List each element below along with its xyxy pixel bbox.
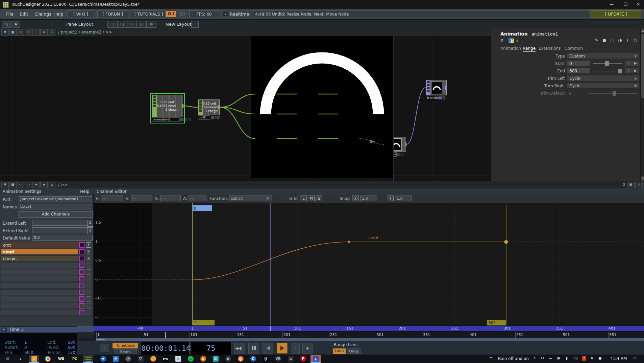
voice-app-icon[interactable]: ♦ [98,355,108,363]
channel-color-swatch[interactable] [79,256,84,261]
parameter-scrollbar[interactable]: ▲ ▼ [640,28,644,181]
hidden-icons-chevron[interactable]: ∧ [533,356,536,360]
bottom-pane-split-icon[interactable]: ⇩ [635,182,643,188]
scrollbar-grip[interactable]: ⋯ [96,339,105,340]
bottom-pane-maximize-icon[interactable]: ▣ [627,182,635,188]
channel-color-swatch[interactable] [79,283,84,288]
accel-field[interactable]: --- [189,196,206,201]
add-channels-button[interactable]: Add Channels [19,211,93,218]
graph-horizontal-scrollbar[interactable]: ⋯ [96,338,644,341]
shield-app-icon[interactable]: ⛉ [135,355,146,363]
weather-text[interactable]: Rain off and on [498,356,529,361]
channel-row-cbegin[interactable]: cbegin [1,255,78,262]
add-parameter-icon[interactable]: + [626,38,629,43]
pinterest-icon[interactable]: P [298,355,308,363]
channel-color-swatch[interactable] [79,263,84,268]
param-dropdown-type[interactable]: Custom [567,53,639,59]
help-icon[interactable]: ? [501,38,503,43]
frame-field[interactable]: --- [101,196,123,201]
copy-parameters-icon[interactable]: ▢ [610,38,614,43]
home-icon[interactable]: ⌂ [48,182,55,188]
maximize-button[interactable]: ❐ [620,0,632,9]
home-icon[interactable]: ⌂ [48,29,55,36]
add-icon[interactable]: + [32,182,40,188]
help-link[interactable]: Help [80,189,89,194]
wire-null14-to-circle2[interactable] [360,139,385,144]
channel-frame-ruler[interactable]: -49151101151201251301351401 [94,326,644,331]
channel-row-empty[interactable] [1,282,78,289]
menu-link-forum[interactable]: [ FORUM ] [97,10,128,18]
update-button[interactable]: [ UPDATE ] [591,10,641,18]
spotify-icon[interactable]: ≡ [185,355,196,363]
action-center-icon[interactable]: ▭ [633,356,636,360]
channel-delete-button[interactable]: X [86,249,91,254]
update-badge-icon[interactable]: 2 [582,356,586,361]
insert-button[interactable]: I [100,344,108,352]
menu-file[interactable]: File [6,12,14,17]
onenote-icon[interactable]: ≣ [110,355,121,363]
clock[interactable]: 4:54 AM [610,356,627,361]
wire-null1-to-select4[interactable] [220,94,255,107]
stop-icon[interactable]: ■ [9,29,17,36]
realtime-checkbox[interactable]: ✕ [223,12,228,17]
anchor-icon[interactable]: ♟ [11,21,20,28]
function-dropdown[interactable]: cubic() [229,196,272,201]
search-icon[interactable]: ⌕ [16,355,26,363]
param-dropdown-trim-right[interactable]: Cycle [567,83,639,89]
channel-color-swatch[interactable] [79,296,84,302]
channel-row-empty[interactable] [1,269,78,275]
default-value-field[interactable]: 0.0 [32,235,93,241]
extend-right-menu-icon[interactable]: ⇩ [87,227,93,234]
menu-link-wiki[interactable]: [ WIKI ] [68,10,94,18]
channel-row-empty[interactable] [1,289,78,295]
tab-range[interactable]: Range [523,46,536,52]
scroll-up-icon[interactable]: ▲ [641,28,644,33]
loop-button[interactable]: Loop [333,348,346,354]
bookmark-icon[interactable]: ★ [40,182,48,188]
houdini-icon[interactable]: @ [236,355,246,363]
collapse-chevron-icon[interactable]: ▼ [1,327,7,332]
play-reverse-button[interactable] [263,343,273,354]
param-dropdown-trim-left[interactable]: Cycle [567,75,639,81]
param-ladder-buttons[interactable]: I▶ [624,60,639,66]
snip-icon[interactable]: ⊡ [541,356,544,360]
pane-type-dropdown[interactable]: ▼ [1,29,9,36]
pane-type-dropdown[interactable]: ▼ [1,182,9,188]
channel-row-empty[interactable] [1,276,78,282]
param-value-field[interactable]: 0 [567,60,591,66]
pycharm-icon[interactable]: PC [70,355,80,363]
grid-m-button[interactable]: M [308,196,315,201]
param-value-field[interactable]: 300 [567,68,591,74]
info-icon[interactable]: i [516,38,518,43]
home-app-icon[interactable]: ⌂ [286,355,296,363]
curve-graph[interactable]: 13000cend 1.510.50-0.5-1 [94,203,644,325]
operator-name-field[interactable]: animation1 [531,31,558,37]
midi-oi-button[interactable]: O|I [166,11,176,17]
global-frame-ruler[interactable]: 151101151201251301351401451501551600 [94,332,644,338]
snap-y-field[interactable]: 1.0 [395,196,412,201]
forward-icon[interactable]: ⇨ [25,29,32,36]
battery-icon[interactable]: ▮ [566,356,568,360]
once-button[interactable]: Once [347,348,361,354]
touchdesigner-icon[interactable] [83,355,93,363]
play-forward-button[interactable] [277,343,288,354]
scroll-down-icon[interactable]: ▼ [641,176,644,181]
target-icon[interactable]: ◎ [634,38,637,43]
weather-icon[interactable]: ☂ [489,356,493,361]
beats-mode-button[interactable]: Beats [114,349,137,354]
grid-s-button[interactable]: S [316,196,322,201]
edit-pencil-icon[interactable]: ✎ [595,38,598,43]
tab-animation[interactable]: Animation [500,46,521,51]
value-field[interactable]: --- [131,196,152,201]
menu-help[interactable]: Help [53,12,64,17]
bottom-path-breadcrumb[interactable]: / >> [58,182,68,187]
minimize-button[interactable]: — [605,0,618,9]
timecode-mode-button[interactable]: TimeCode [113,343,138,348]
c-app-icon[interactable]: C [248,355,258,363]
language-icon[interactable]: A [591,356,593,360]
tab-common[interactable]: Common [565,46,583,51]
performance-icon[interactable]: ◹ [2,21,11,28]
python-mode-icon[interactable]: ◑ [618,38,622,43]
step-forward-button[interactable]: + [302,343,313,354]
channel-color-swatch[interactable] [79,269,84,275]
